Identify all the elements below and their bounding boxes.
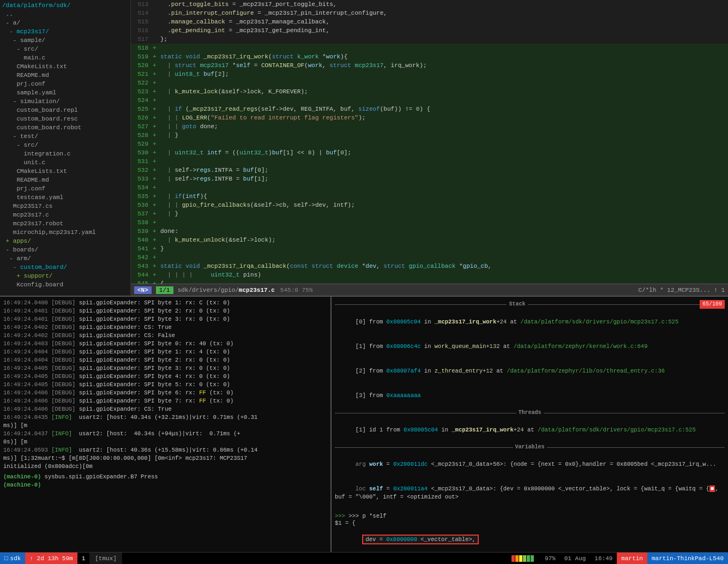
code-line: 519+ static void _mcp23s17_irq_work(stru… (131, 52, 728, 61)
tb-sdk-item[interactable]: □ sdk (0, 553, 25, 564)
term-line: 16:49:24.0402 [DEBUG] spi1.gpioExpander:… (3, 332, 327, 340)
code-line: 515 .manage_callback = _mcp23s17_manage_… (131, 17, 728, 26)
statusbar-right: C/*lh * 12_MCP23S... ! 1 (639, 287, 725, 293)
vim-statusbar: <N> 1/1 sdk/drivers/gpio/mcp23s17.c 545:… (131, 284, 728, 296)
term-line: 16:49:24.0593 [INFO] usart2: [host: 40.3… (3, 446, 327, 454)
sidebar-item[interactable]: Kconfig.board (0, 280, 130, 289)
tb-martin-label: martin (617, 553, 647, 564)
code-line: 532+ | self->regs.INTFA = buf[0]; (131, 166, 728, 175)
code-editor[interactable]: 513 .port_toggle_bits = _mcp23s17_port_t… (131, 0, 728, 296)
dbg-frame-0: [0] from 0x08005c04 in _mcp23s17_irq_wor… (335, 310, 725, 334)
sidebar-item[interactable]: - custom_board/ (0, 263, 130, 272)
term-line: 16:49:24.0406 [DEBUG] spi1.gpioExpander:… (3, 405, 327, 413)
term-line: ms)] [m (3, 422, 327, 430)
variables-separator: Variables (335, 443, 725, 451)
code-line: 542+ (131, 253, 728, 262)
code-line: 536+ | | gpio_fire_callbacks(&self->cb, … (131, 201, 728, 209)
sidebar-item[interactable]: integration.c (0, 149, 130, 158)
dbg-var-1: loc self = 0x200011a4 <_mcp23s17_0_data>… (335, 477, 725, 509)
main-area: /data/platform/sdk/ .. - a/ - mcp23s17/ … (0, 0, 728, 296)
bottom-split-pane: 16:49:24.0400 [DEBUG] spi1.gpioExpander:… (0, 296, 728, 552)
dbg-frame-3: [3] from 0xaaaaaaaa (335, 383, 725, 408)
code-line: 534+ (131, 183, 728, 192)
sidebar-item[interactable]: sample.yaml (0, 88, 130, 97)
terminal-pane[interactable]: 16:49:24.0400 [DEBUG] spi1.gpioExpander:… (0, 297, 332, 552)
sidebar-item[interactable]: prj.conf (0, 184, 130, 193)
sidebar-item[interactable]: - mcp23s17/ (0, 27, 130, 36)
term-line: 0s)] [m (3, 438, 327, 446)
sidebar-item[interactable]: mcp23s17.c (0, 211, 130, 219)
sidebar-item[interactable]: - src/ (0, 45, 130, 53)
sidebar-item[interactable]: CMakeLists.txt (0, 167, 130, 176)
term-line: 16:49:24.0401 [DEBUG] spi1.gpioExpander:… (3, 315, 327, 323)
term-line: ms)] [1;32muart:~$ [m[8D[J00:00:00.000,0… (3, 454, 327, 463)
sidebar-item[interactable]: prj.conf (0, 80, 130, 88)
term-line: 16:49:24.0406 [DEBUG] spi1.gpioExpander:… (3, 389, 327, 397)
code-line: 537+ | } (131, 209, 728, 218)
code-line: 523+ | k_mutex_lock(&self->lock, K_FOREV… (131, 87, 728, 96)
sidebar-item[interactable]: - a/ (0, 19, 130, 27)
dbg-frame-2: [2] from 0x08007af4 in z_thread_entry+12… (335, 359, 725, 383)
code-line: 533+ | self->regs.INTFB = buf[1]; (131, 175, 728, 183)
sidebar-item[interactable]: + support/ (0, 272, 130, 280)
sidebar-item[interactable]: custom_board.robot (0, 123, 130, 132)
term-line: 16:49:24.0405 [DEBUG] spi1.gpioExpander:… (3, 364, 327, 373)
code-line: 526+ | | LOG_ERR("Failed to read interru… (131, 113, 728, 122)
sidebar-item[interactable]: .. (0, 10, 130, 19)
code-line: 531+ (131, 157, 728, 166)
tb-right-section: 97% 01 Aug 16:49 martin martin-ThinkPad-… (505, 553, 728, 564)
code-line: 520+ | struct mcp23s17 *self = CONTAINER… (131, 61, 728, 70)
tb-date: 01 Aug (560, 553, 591, 564)
term-machine-line: (machine-0) sysbus.spi1.gpioExpander.B7 … (3, 473, 327, 481)
code-line: 541+ } (131, 244, 728, 253)
sidebar-item[interactable]: unit.c (0, 158, 130, 167)
code-line: 528+ | } (131, 131, 728, 140)
term-line: 16:49:24.0406 [DEBUG] spi1.gpioExpander:… (3, 397, 327, 405)
sidebar-item[interactable]: - boards/ (0, 245, 130, 254)
sidebar-item[interactable]: - src/ (0, 141, 130, 149)
file-tree-sidebar[interactable]: /data/platform/sdk/ .. - a/ - mcp23s17/ … (0, 0, 131, 296)
sidebar-item[interactable]: microchip,mcp23s17.yaml (0, 228, 130, 237)
sidebar-item[interactable]: testcase.yaml (0, 193, 130, 202)
statusbar-pos: 545:0 75% (280, 287, 312, 293)
sidebar-item[interactable]: Mcp23S17.cs (0, 202, 130, 211)
sidebar-item[interactable]: custom_board.repl (0, 106, 130, 115)
dbg-result-line-1: dev = 0x8000000 <_vector_table>, (335, 527, 725, 552)
sidebar-item[interactable]: - arm/ (0, 254, 130, 263)
sidebar-item[interactable]: - simulation/ (0, 97, 130, 106)
term-line: 16:49:24.0400 [DEBUG] spi1.gpioExpander:… (3, 299, 327, 307)
term-line: 16:49:24.0403 [DEBUG] spi1.gpioExpander:… (3, 340, 327, 348)
stack-count: 65/109 (700, 300, 725, 309)
tb-tmux-label[interactable]: [tmux] (89, 553, 122, 564)
statusbar-filepath: sdk/drivers/gpio/mcp23s17.c (178, 287, 275, 293)
tb-sdk-label: sdk (10, 555, 21, 562)
term-line: 16:49:24.0401 [DEBUG] spi1.gpioExpander:… (3, 307, 327, 315)
tb-win-num[interactable]: 1 (77, 553, 90, 564)
code-line: 516 .get_pending_int = _mcp23s17_get_pen… (131, 26, 728, 35)
dbg-frame-1: [1] from 0x08006c4c in work_queue_main+1… (335, 334, 725, 359)
sidebar-item[interactable]: README.md (0, 176, 130, 184)
code-line: 540+ | k_mutex_unlock(&self->lock); (131, 236, 728, 244)
debugger-pane[interactable]: Stack 65/109 [0] from 0x08005c04 in _mcp… (332, 297, 728, 552)
code-line: 514 .pin_interrupt_configure = _mcp23s17… (131, 9, 728, 17)
sidebar-item[interactable]: CMakeLists.txt (0, 62, 130, 71)
code-line: 522+ (131, 79, 728, 87)
sidebar-path: /data/platform/sdk/ (0, 1, 130, 10)
code-line: 529+ (131, 140, 728, 148)
tb-battery-pct: 97% (540, 553, 560, 564)
term-line: 16:49:24.0435 [INFO] usart2: [host: 40.3… (3, 413, 327, 422)
tb-hostname: martin-ThinkPad-L540 (647, 553, 728, 564)
sidebar-item[interactable]: custom_board.resc (0, 115, 130, 123)
code-line: 545+ { (131, 279, 728, 284)
code-line: 513 .port_toggle_bits = _mcp23s17_port_t… (131, 0, 728, 9)
sidebar-item[interactable]: - test/ (0, 132, 130, 141)
tb-uptime: ↑ 2d 13h 59m (25, 553, 77, 564)
sidebar-item[interactable]: + apps/ (0, 237, 130, 245)
code-line: 544+ | | | | uint32_t pins) (131, 271, 728, 279)
sidebar-item[interactable]: README.md (0, 71, 130, 80)
sidebar-item[interactable]: main.c (0, 53, 130, 62)
sidebar-item[interactable]: - sample/ (0, 36, 130, 45)
code-line: 543+ static void _mcp23s17_irqa_callback… (131, 262, 728, 271)
code-line: 538+ (131, 218, 728, 227)
sidebar-item[interactable]: mcp23s17.robot (0, 219, 130, 228)
